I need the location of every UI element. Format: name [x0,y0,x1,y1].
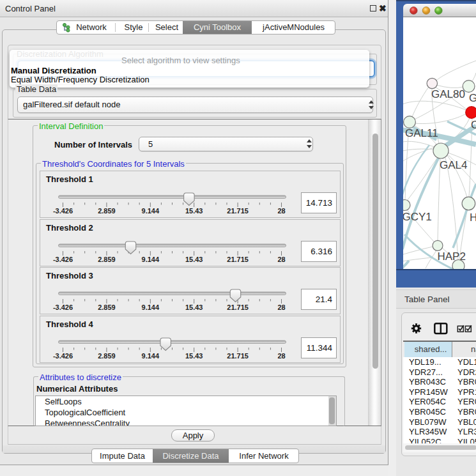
svg-text:2.859: 2.859 [98,352,116,360]
svg-text:28: 28 [277,303,285,311]
svg-text:HI: HI [470,211,476,224]
svg-text:28: 28 [277,352,285,360]
svg-text:GAL4: GAL4 [440,159,467,171]
svg-text:2.859: 2.859 [98,256,116,263]
svg-text:15.43: 15.43 [185,207,203,215]
svg-text:GAL80: GAL80 [431,88,465,100]
svg-text:15.43: 15.43 [185,303,203,311]
svg-text:21.715: 21.715 [227,352,249,360]
svg-text:-3.426: -3.426 [53,256,73,263]
svg-text:2.859: 2.859 [98,207,116,215]
svg-text:28: 28 [277,256,285,263]
svg-text:HAP2: HAP2 [438,250,466,263]
svg-text:GCY1: GCY1 [403,211,432,223]
svg-text:9.144: 9.144 [142,303,160,311]
svg-text:21.715: 21.715 [227,256,249,263]
svg-text:9.144: 9.144 [142,256,160,263]
svg-text:-3.426: -3.426 [53,303,73,311]
svg-text:GA: GA [469,92,476,104]
svg-text:21.715: 21.715 [227,303,249,311]
svg-text:15.43: 15.43 [185,256,203,263]
svg-text:9.144: 9.144 [142,352,160,360]
svg-text:-3.426: -3.426 [53,352,73,360]
svg-text:CD: CD [471,119,476,131]
svg-text:21.715: 21.715 [227,207,249,215]
svg-text:9.144: 9.144 [142,207,160,215]
svg-text:28: 28 [277,207,285,215]
svg-text:2.859: 2.859 [98,303,116,311]
svg-text:-3.426: -3.426 [53,207,73,215]
svg-text:15.43: 15.43 [185,352,203,360]
svg-text:GAL11: GAL11 [405,127,438,139]
